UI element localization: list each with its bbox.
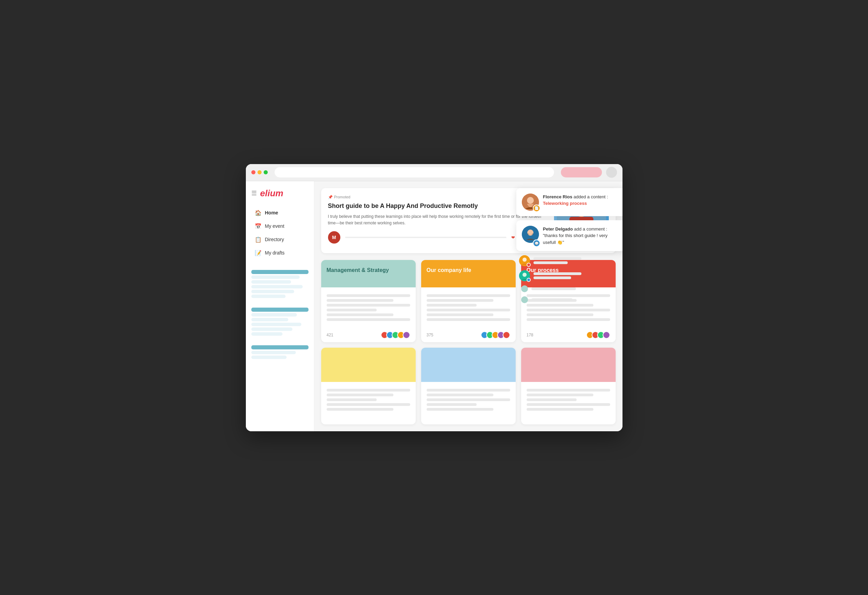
timeline-dot-row: [519, 285, 623, 292]
notif-text-1: Florence Rios added a content : Telework…: [543, 194, 620, 211]
hamburger-icon[interactable]: ☰: [251, 189, 257, 197]
heart-icon: ❤: [511, 235, 515, 240]
card-title-company-life: Our company life: [427, 267, 471, 274]
featured-title[interactable]: Short guide to be A Happy And Productive…: [328, 202, 547, 210]
notif-action-text-2: add a comment :: [574, 226, 607, 232]
placeholder: [427, 403, 477, 406]
sidebar-placeholder: [251, 355, 287, 359]
placeholder: [527, 318, 610, 321]
pin-icon: 📌: [328, 195, 333, 199]
notif-quote-2: "thanks for this short guide ! very usef…: [543, 233, 608, 245]
sidebar-placeholder: [251, 275, 300, 279]
svg-point-6: [528, 230, 533, 235]
notif-item-1: Teleworking process: [543, 201, 587, 206]
placeholder: [427, 309, 510, 311]
activity-lines-1: [533, 257, 582, 264]
avatar: [503, 331, 510, 339]
maximize-dot[interactable]: [264, 170, 268, 175]
notification-1: 📄 Florence Rios added a content : Telewo…: [516, 188, 623, 216]
notif-avatar-wrap-2: 💬: [522, 226, 539, 246]
promoted-badge: 📌 Promoted: [328, 195, 547, 199]
card-footer-company-life: 375: [421, 328, 516, 342]
category-card-pink[interactable]: [521, 348, 616, 425]
card-header-management: Management & Strategy: [321, 260, 416, 287]
category-card-management[interactable]: Management & Strategy 421: [321, 260, 416, 342]
placeholder: [527, 389, 610, 392]
category-card-light-blue[interactable]: [421, 348, 516, 425]
directory-icon: 📋: [255, 236, 261, 243]
author-avatar: M: [328, 231, 340, 244]
timeline-dot-row-2: [519, 296, 623, 303]
sidebar-item-my-drafts[interactable]: 📝 My drafts: [251, 247, 309, 259]
sidebar-placeholder: [251, 280, 291, 284]
sidebar-item-my-event[interactable]: 📅 My event: [251, 220, 309, 232]
app-layout: ☰ elium 🏠 Home 📅 My event 📋 Directory 📝 …: [246, 181, 623, 431]
card-count-process: 178: [527, 333, 533, 337]
activity-avatar-1: [519, 255, 530, 266]
sidebar-section-2: [251, 306, 309, 337]
sidebar-placeholder: [251, 295, 286, 298]
drafts-icon: 📝: [255, 250, 261, 256]
avatar-group: [481, 331, 510, 339]
category-card-company-life[interactable]: Our company life 375: [421, 260, 516, 342]
placeholder: [533, 272, 582, 275]
sidebar-placeholder: [251, 313, 297, 317]
browser-action-button[interactable]: [561, 167, 602, 178]
close-dot[interactable]: [251, 170, 255, 175]
calendar-icon: 📅: [255, 223, 261, 229]
sidebar-placeholder: [251, 285, 303, 289]
browser-avatar[interactable]: [606, 167, 617, 178]
placeholder: [533, 257, 582, 260]
main-content: 📌 Promoted Short guide to be A Happy And…: [314, 181, 623, 431]
notification-2: 💬 Peter Delgado add a comment : "thanks …: [516, 220, 623, 252]
activity-badge-comment: [527, 278, 531, 282]
notif-user-1: Florence Rios: [543, 194, 573, 199]
minimize-dot[interactable]: [257, 170, 261, 175]
placeholder: [327, 408, 393, 411]
activity-badge-heart: [527, 263, 531, 267]
sidebar-placeholder: [251, 327, 292, 331]
card-count-company-life: 375: [427, 333, 434, 337]
card-footer-process: 178: [521, 328, 616, 342]
card-header-pink: [521, 348, 616, 382]
placeholder: [427, 389, 510, 392]
card-footer-management: 421: [321, 328, 416, 342]
sidebar-placeholder-active-3: [251, 345, 309, 349]
timeline-dot-2: [521, 296, 528, 303]
logo-text: elium: [260, 188, 283, 199]
placeholder: [531, 287, 576, 290]
avatar-group: [586, 331, 610, 339]
card-body-pink: [521, 382, 616, 417]
svg-point-8: [523, 258, 527, 262]
card-footer-light-blue: [421, 417, 516, 425]
activity-lines-2: [533, 272, 582, 279]
browser-dots: [251, 170, 268, 175]
placeholder: [427, 294, 510, 297]
sidebar-item-directory[interactable]: 📋 Directory: [251, 234, 309, 246]
placeholder: [327, 299, 393, 302]
featured-content: 📌 Promoted Short guide to be A Happy And…: [328, 195, 547, 246]
progress-bar: [345, 237, 506, 238]
card-body-yellow: [321, 382, 416, 417]
placeholder: [527, 408, 593, 411]
url-bar[interactable]: [275, 167, 554, 178]
activity-lines-3: [531, 287, 576, 290]
sidebar-placeholder-active: [251, 270, 309, 274]
avatar-group: [381, 331, 410, 339]
placeholder: [427, 318, 510, 321]
card-count-management: 421: [327, 333, 334, 337]
timeline-dot: [521, 285, 528, 292]
sidebar-placeholder: [251, 290, 294, 293]
placeholder: [527, 314, 593, 316]
sidebar-placeholder: [251, 318, 289, 321]
placeholder: [327, 389, 410, 392]
placeholder: [427, 398, 510, 401]
notif-user-2: Peter Delgado: [543, 226, 573, 232]
placeholder: [427, 299, 493, 302]
sidebar-item-home[interactable]: 🏠 Home: [251, 207, 309, 219]
avatar: [603, 331, 610, 339]
placeholder: [427, 394, 493, 396]
placeholder: [327, 394, 393, 396]
card-footer-pink: [521, 417, 616, 425]
category-card-yellow[interactable]: [321, 348, 416, 425]
